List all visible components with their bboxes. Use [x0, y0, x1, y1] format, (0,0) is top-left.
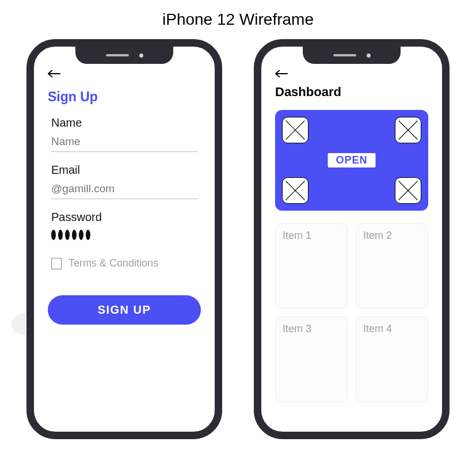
- field-email: Email: [48, 163, 201, 199]
- image-placeholder-icon: [395, 117, 421, 143]
- phone-frame-signup: Sign Up Name Email Password Ter: [26, 39, 222, 439]
- screen-dashboard: Dashboard OPEN Item 1: [261, 47, 442, 432]
- dashboard-heading: Dashboard: [275, 85, 428, 100]
- name-input[interactable]: [51, 133, 197, 152]
- name-label: Name: [51, 116, 197, 130]
- item-card-label: Item 4: [363, 323, 421, 335]
- email-label: Email: [51, 163, 197, 177]
- phone-frame-dashboard: Dashboard OPEN Item 1: [254, 39, 450, 439]
- image-placeholder-icon: [282, 117, 309, 143]
- field-name: Name: [48, 116, 201, 152]
- screen-signup: Sign Up Name Email Password Ter: [34, 47, 215, 432]
- terms-checkbox[interactable]: [51, 258, 62, 269]
- back-arrow-icon[interactable]: [48, 70, 60, 78]
- password-input[interactable]: [51, 227, 197, 245]
- item-card-label: Item 3: [283, 323, 340, 335]
- item-card-label: Item 1: [283, 230, 340, 242]
- item-card-2[interactable]: Item 2: [356, 223, 428, 309]
- item-grid: Item 1 Item 2 Item 3 Item 4: [275, 223, 428, 402]
- password-label: Password: [51, 211, 197, 224]
- terms-row: Terms & Conditions: [48, 257, 201, 269]
- phone-row: Sign Up Name Email Password Ter: [0, 39, 476, 439]
- signup-heading: Sign Up: [48, 89, 201, 105]
- hero-card[interactable]: OPEN: [275, 110, 428, 211]
- terms-label: Terms & Conditions: [68, 257, 158, 269]
- field-password: Password: [48, 211, 201, 245]
- email-input[interactable]: [51, 180, 197, 199]
- item-card-3[interactable]: Item 3: [275, 317, 348, 402]
- back-arrow-icon[interactable]: [275, 70, 288, 78]
- open-badge[interactable]: OPEN: [328, 153, 375, 167]
- item-card-1[interactable]: Item 1: [275, 223, 348, 309]
- signup-button[interactable]: SIGN UP: [48, 295, 201, 325]
- image-placeholder-icon: [395, 177, 421, 204]
- item-card-label: Item 2: [363, 230, 421, 242]
- image-placeholder-icon: [282, 177, 309, 204]
- page-title: iPhone 12 Wireframe: [0, 10, 476, 29]
- item-card-4[interactable]: Item 4: [356, 317, 428, 402]
